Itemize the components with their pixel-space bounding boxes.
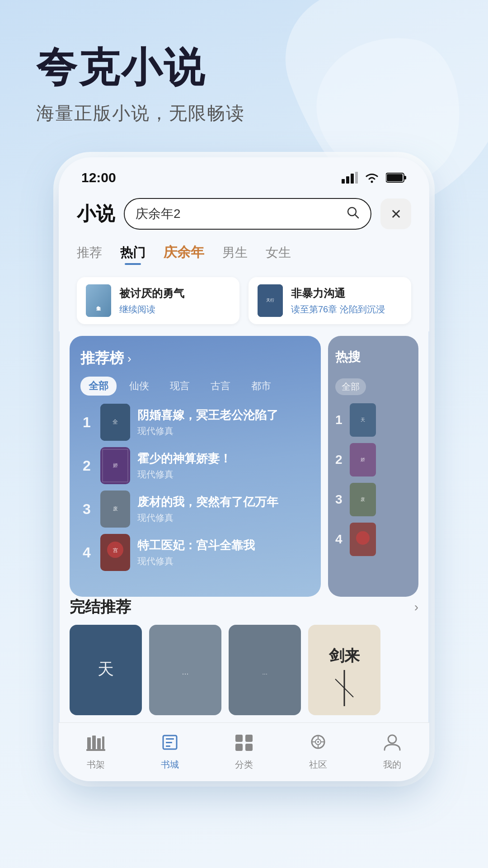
hot-item-4[interactable]: 4 (335, 523, 411, 556)
svg-text:娇: 娇 (113, 462, 118, 468)
top-bar: 小说 庆余年2 ✕ (59, 191, 429, 239)
nav-community-label: 社区 (309, 759, 327, 771)
rank-num-4: 4 (80, 544, 93, 561)
rank-item-4[interactable]: 4 宫 特工医妃：宫斗全靠我 现代修真 (80, 534, 310, 571)
search-box[interactable]: 庆余年2 (124, 198, 371, 230)
svg-rect-1 (346, 176, 349, 184)
hot-num-1: 1 (335, 413, 345, 427)
rank-book-title-4: 特工医妃：宫斗全靠我 (137, 538, 310, 553)
svg-text:...: ... (182, 667, 188, 676)
app-title: 夸克小说 (36, 45, 452, 90)
recent-book-2[interactable]: 天行 非暴力沟通 读至第76章 沦陷到沉浸 (249, 277, 411, 324)
bookshelf-icon (86, 734, 105, 755)
status-icons (342, 172, 407, 184)
nav-community[interactable]: 社区 (281, 734, 355, 771)
rank-info-4: 特工医妃：宫斗全靠我 现代修真 (137, 538, 310, 567)
tab-female[interactable]: 女生 (266, 244, 291, 265)
rank-item-3[interactable]: 3 废 废材的我，突然有了亿万年 现代修真 (80, 491, 310, 528)
rank-list: 1 全 阴婚喜嫁，冥王老公沦陷了 现代修真 (80, 404, 310, 586)
svg-point-31 (356, 531, 370, 545)
svg-text:天行: 天行 (266, 298, 274, 302)
rank-info-1: 阴婚喜嫁，冥王老公沦陷了 现代修真 (137, 407, 310, 437)
hot-item-2[interactable]: 2 娇 (335, 443, 411, 476)
rank-book-title-2: 霍少的神算娇妻！ (137, 451, 310, 467)
svg-rect-50 (166, 745, 170, 747)
completed-books-list: 天 ... ... 剑来 (70, 625, 418, 715)
svg-text:宫: 宫 (113, 547, 118, 553)
svg-rect-54 (245, 744, 253, 751)
panel-row: 推荐榜 › 全部 仙侠 现言 古言 都市 1 (70, 336, 418, 597)
rank-item-2[interactable]: 2 娇 霍少的神算娇妻！ 现代修真 (80, 447, 310, 484)
hot-item-3[interactable]: 3 废 (335, 483, 411, 516)
ranking-filter-tabs: 全部 仙侠 现言 古言 都市 (80, 377, 310, 396)
completed-book-3[interactable]: ... (229, 625, 301, 715)
tab-male[interactable]: 男生 (222, 244, 248, 265)
category-icon (235, 734, 253, 755)
completed-section-arrow[interactable]: › (414, 600, 418, 614)
ranking-panel: 推荐榜 › 全部 仙侠 现言 古言 都市 1 (70, 336, 321, 597)
recent-book-cover-1: 全集 (86, 284, 111, 317)
nav-bookshelf[interactable]: 书架 (59, 734, 133, 771)
recent-book-title-2: 非暴力沟通 (291, 286, 402, 301)
rank-num-3: 3 (80, 501, 93, 518)
rank-num-1: 1 (80, 414, 93, 431)
header-area: 夸克小说 海量正版小说，无限畅读 (0, 0, 488, 144)
search-input-text[interactable]: 庆余年2 (136, 205, 341, 222)
ranking-panel-title: 推荐榜 (80, 349, 124, 368)
nav-profile[interactable]: 我的 (355, 734, 429, 771)
recent-book-progress-2: 读至第76章 沦陷到沉浸 (291, 303, 402, 316)
svg-rect-51 (235, 735, 243, 742)
community-icon (309, 734, 328, 755)
filter-xianxia[interactable]: 仙侠 (121, 377, 157, 396)
nav-category[interactable]: 分类 (207, 734, 281, 771)
filter-xiandai[interactable]: 现言 (162, 377, 198, 396)
svg-rect-52 (245, 735, 253, 742)
hot-cover-4 (350, 523, 376, 556)
hot-item-1[interactable]: 1 天 (335, 403, 411, 437)
filter-all[interactable]: 全部 (80, 377, 117, 396)
recent-book-title-1: 被讨厌的勇气 (119, 286, 230, 301)
nav-bookstore[interactable]: 书城 (133, 734, 207, 771)
tab-qingyunian[interactable]: 庆余年 (164, 243, 204, 265)
recent-books-row: 全集 被讨厌的勇气 继续阅读 天行 非暴力沟通 读至第76章 沦陷到沉浸 (59, 273, 429, 331)
hot-panel-header: 热搜 (335, 349, 411, 366)
rank-book-title-1: 阴婚喜嫁，冥王老公沦陷了 (137, 407, 310, 423)
completed-book-1[interactable]: 天 (70, 625, 142, 715)
svg-rect-46 (86, 749, 105, 751)
svg-text:全: 全 (113, 419, 118, 425)
battery-icon (386, 172, 407, 183)
tab-hot[interactable]: 热门 (120, 244, 145, 265)
hot-panel: 热搜 全部 1 天 (328, 336, 418, 597)
rank-info-2: 霍少的神算娇妻！ 现代修真 (137, 451, 310, 481)
status-bar: 12:00 (59, 157, 429, 191)
filter-guyan[interactable]: 古言 (202, 377, 239, 396)
recent-book-progress-1: 继续阅读 (119, 303, 230, 316)
close-button[interactable]: ✕ (380, 198, 411, 229)
svg-text:剑来: 剑来 (328, 647, 360, 664)
completed-book-4[interactable]: 剑来 (308, 625, 380, 715)
recent-book-1[interactable]: 全集 被讨厌的勇气 继续阅读 (77, 277, 239, 324)
nav-bookshelf-label: 书架 (87, 759, 105, 771)
svg-rect-0 (342, 179, 345, 184)
completed-book-2[interactable]: ... (149, 625, 221, 715)
recent-book-cover-2: 天行 (258, 284, 283, 317)
search-icon[interactable] (346, 206, 360, 222)
rank-cover-2: 娇 (100, 447, 130, 484)
svg-text:...: ... (262, 669, 267, 676)
rank-item-1[interactable]: 1 全 阴婚喜嫁，冥王老公沦陷了 现代修真 (80, 404, 310, 441)
ranking-panel-arrow[interactable]: › (127, 352, 131, 366)
rank-book-tag-4: 现代修真 (137, 555, 310, 567)
bookstore-icon (160, 734, 179, 755)
svg-rect-48 (166, 738, 174, 740)
recent-book-info-1: 被讨厌的勇气 继续阅读 (119, 286, 230, 316)
hot-cover-1: 天 (350, 403, 376, 437)
nav-profile-label: 我的 (383, 759, 401, 771)
tab-recommend[interactable]: 推荐 (77, 244, 102, 265)
rank-cover-4: 宫 (100, 534, 130, 571)
hot-num-4: 4 (335, 532, 345, 547)
svg-text:天: 天 (98, 660, 114, 678)
hot-filter-all[interactable]: 全部 (335, 378, 366, 395)
rank-info-3: 废材的我，突然有了亿万年 现代修真 (137, 494, 310, 524)
filter-dushi[interactable]: 都市 (243, 377, 279, 396)
svg-rect-3 (355, 172, 358, 184)
